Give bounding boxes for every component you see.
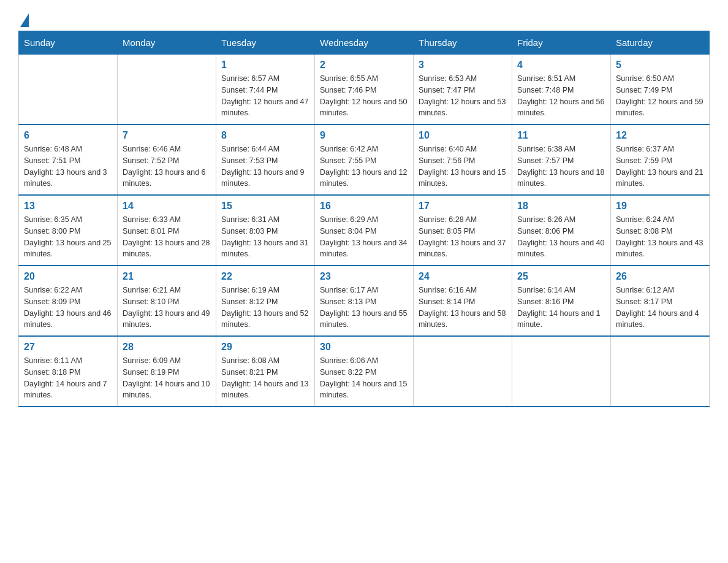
day-number: 8 [221,130,309,141]
day-number: 5 [616,59,704,71]
day-number: 30 [320,342,408,353]
day-number: 23 [320,271,408,282]
day-number: 16 [320,201,408,212]
calendar-cell: 24Sunrise: 6:16 AMSunset: 8:14 PMDayligh… [414,266,512,336]
calendar-table: SundayMondayTuesdayWednesdayThursdayFrid… [18,31,710,407]
week-row-1: 1Sunrise: 6:57 AMSunset: 7:44 PMDaylight… [19,55,710,125]
day-number: 27 [24,342,112,353]
day-number: 6 [24,130,112,141]
page-header [18,12,710,25]
day-number: 24 [419,271,507,282]
day-number: 29 [221,342,309,353]
calendar-cell: 3Sunrise: 6:53 AMSunset: 7:47 PMDaylight… [414,55,512,125]
day-number: 18 [517,201,605,212]
calendar-cell [19,55,118,125]
day-number: 4 [517,59,605,71]
calendar-cell: 21Sunrise: 6:21 AMSunset: 8:10 PMDayligh… [118,266,216,336]
day-info: Sunrise: 6:11 AMSunset: 8:18 PMDaylight:… [24,355,112,401]
calendar-cell: 6Sunrise: 6:48 AMSunset: 7:51 PMDaylight… [19,124,118,195]
logo [18,12,29,25]
calendar-cell: 10Sunrise: 6:40 AMSunset: 7:56 PMDayligh… [414,124,512,195]
day-info: Sunrise: 6:06 AMSunset: 8:22 PMDaylight:… [320,355,408,401]
calendar-cell: 30Sunrise: 6:06 AMSunset: 8:22 PMDayligh… [315,336,414,407]
calendar-cell: 23Sunrise: 6:17 AMSunset: 8:13 PMDayligh… [315,266,414,336]
week-row-5: 27Sunrise: 6:11 AMSunset: 8:18 PMDayligh… [19,336,710,407]
calendar-cell: 18Sunrise: 6:26 AMSunset: 8:06 PMDayligh… [512,195,611,266]
calendar-cell: 29Sunrise: 6:08 AMSunset: 8:21 PMDayligh… [216,336,315,407]
weekday-header-saturday: Saturday [611,31,710,55]
calendar-cell: 9Sunrise: 6:42 AMSunset: 7:55 PMDaylight… [315,124,414,195]
calendar-cell: 8Sunrise: 6:44 AMSunset: 7:53 PMDaylight… [216,124,315,195]
day-info: Sunrise: 6:24 AMSunset: 8:08 PMDaylight:… [616,214,704,260]
calendar-cell: 13Sunrise: 6:35 AMSunset: 8:00 PMDayligh… [19,195,118,266]
day-info: Sunrise: 6:12 AMSunset: 8:17 PMDaylight:… [616,285,704,331]
day-number: 20 [24,271,112,282]
day-info: Sunrise: 6:37 AMSunset: 7:59 PMDaylight:… [616,144,704,190]
calendar-cell: 28Sunrise: 6:09 AMSunset: 8:19 PMDayligh… [118,336,216,407]
week-row-3: 13Sunrise: 6:35 AMSunset: 8:00 PMDayligh… [19,195,710,266]
calendar-cell: 12Sunrise: 6:37 AMSunset: 7:59 PMDayligh… [611,124,710,195]
day-info: Sunrise: 6:08 AMSunset: 8:21 PMDaylight:… [221,355,309,401]
calendar-cell: 1Sunrise: 6:57 AMSunset: 7:44 PMDaylight… [216,55,315,125]
week-row-4: 20Sunrise: 6:22 AMSunset: 8:09 PMDayligh… [19,266,710,336]
day-info: Sunrise: 6:57 AMSunset: 7:44 PMDaylight:… [221,73,309,119]
calendar-cell: 20Sunrise: 6:22 AMSunset: 8:09 PMDayligh… [19,266,118,336]
day-number: 13 [24,201,112,212]
day-info: Sunrise: 6:14 AMSunset: 8:16 PMDaylight:… [517,285,605,331]
calendar-cell: 17Sunrise: 6:28 AMSunset: 8:05 PMDayligh… [414,195,512,266]
day-number: 2 [320,59,408,71]
day-number: 10 [419,130,507,141]
day-number: 22 [221,271,309,282]
day-number: 28 [123,342,211,353]
calendar-cell: 4Sunrise: 6:51 AMSunset: 7:48 PMDaylight… [512,55,611,125]
day-info: Sunrise: 6:35 AMSunset: 8:00 PMDaylight:… [24,214,112,260]
calendar-cell: 19Sunrise: 6:24 AMSunset: 8:08 PMDayligh… [611,195,710,266]
weekday-header-friday: Friday [512,31,611,55]
calendar-cell [414,336,512,407]
weekday-header-row: SundayMondayTuesdayWednesdayThursdayFrid… [19,31,710,55]
day-info: Sunrise: 6:22 AMSunset: 8:09 PMDaylight:… [24,285,112,331]
day-number: 1 [221,59,309,71]
weekday-header-tuesday: Tuesday [216,31,315,55]
weekday-header-monday: Monday [118,31,216,55]
day-info: Sunrise: 6:50 AMSunset: 7:49 PMDaylight:… [616,73,704,119]
day-number: 12 [616,130,704,141]
calendar-cell: 26Sunrise: 6:12 AMSunset: 8:17 PMDayligh… [611,266,710,336]
day-info: Sunrise: 6:31 AMSunset: 8:03 PMDaylight:… [221,214,309,260]
day-number: 9 [320,130,408,141]
calendar-cell [611,336,710,407]
day-number: 21 [123,271,211,282]
day-info: Sunrise: 6:53 AMSunset: 7:47 PMDaylight:… [419,73,507,119]
calendar-cell: 22Sunrise: 6:19 AMSunset: 8:12 PMDayligh… [216,266,315,336]
day-info: Sunrise: 6:42 AMSunset: 7:55 PMDaylight:… [320,144,408,190]
calendar-cell: 2Sunrise: 6:55 AMSunset: 7:46 PMDaylight… [315,55,414,125]
day-info: Sunrise: 6:29 AMSunset: 8:04 PMDaylight:… [320,214,408,260]
day-info: Sunrise: 6:26 AMSunset: 8:06 PMDaylight:… [517,214,605,260]
week-row-2: 6Sunrise: 6:48 AMSunset: 7:51 PMDaylight… [19,124,710,195]
day-number: 3 [419,59,507,71]
calendar-cell: 15Sunrise: 6:31 AMSunset: 8:03 PMDayligh… [216,195,315,266]
weekday-header-thursday: Thursday [414,31,512,55]
day-info: Sunrise: 6:40 AMSunset: 7:56 PMDaylight:… [419,144,507,190]
day-info: Sunrise: 6:46 AMSunset: 7:52 PMDaylight:… [123,144,211,190]
day-info: Sunrise: 6:19 AMSunset: 8:12 PMDaylight:… [221,285,309,331]
day-info: Sunrise: 6:51 AMSunset: 7:48 PMDaylight:… [517,73,605,119]
logo-triangle-icon [20,13,29,27]
day-info: Sunrise: 6:38 AMSunset: 7:57 PMDaylight:… [517,144,605,190]
day-number: 15 [221,201,309,212]
day-number: 17 [419,201,507,212]
calendar-cell: 25Sunrise: 6:14 AMSunset: 8:16 PMDayligh… [512,266,611,336]
calendar-cell: 14Sunrise: 6:33 AMSunset: 8:01 PMDayligh… [118,195,216,266]
calendar-cell: 5Sunrise: 6:50 AMSunset: 7:49 PMDaylight… [611,55,710,125]
day-info: Sunrise: 6:16 AMSunset: 8:14 PMDaylight:… [419,285,507,331]
calendar-cell: 16Sunrise: 6:29 AMSunset: 8:04 PMDayligh… [315,195,414,266]
day-number: 11 [517,130,605,141]
day-info: Sunrise: 6:21 AMSunset: 8:10 PMDaylight:… [123,285,211,331]
day-info: Sunrise: 6:28 AMSunset: 8:05 PMDaylight:… [419,214,507,260]
day-info: Sunrise: 6:17 AMSunset: 8:13 PMDaylight:… [320,285,408,331]
day-info: Sunrise: 6:44 AMSunset: 7:53 PMDaylight:… [221,144,309,190]
day-number: 19 [616,201,704,212]
day-info: Sunrise: 6:09 AMSunset: 8:19 PMDaylight:… [123,355,211,401]
day-info: Sunrise: 6:48 AMSunset: 7:51 PMDaylight:… [24,144,112,190]
day-number: 14 [123,201,211,212]
